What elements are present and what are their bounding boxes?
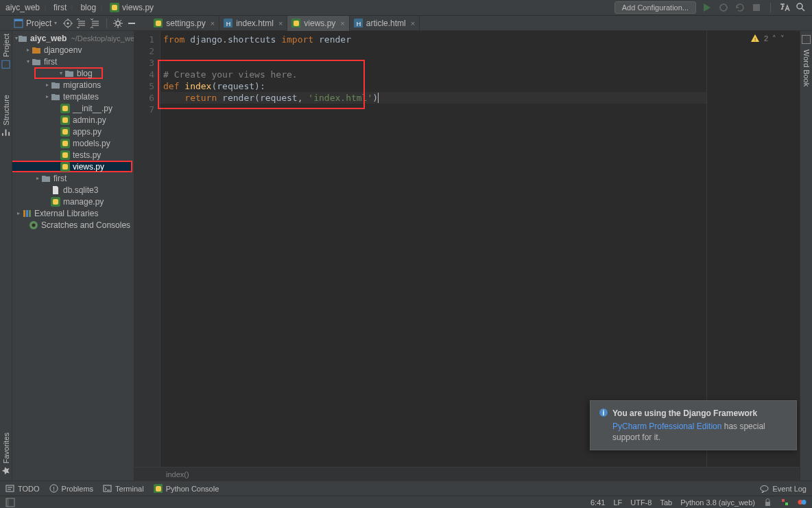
hide-icon[interactable] bbox=[126, 18, 137, 29]
project-icon bbox=[14, 19, 23, 28]
chevron-right-icon[interactable]: ▸ bbox=[25, 47, 32, 53]
tree-first2[interactable]: ▸ first bbox=[12, 172, 134, 184]
tree-tests[interactable]: • tests.py bbox=[12, 149, 134, 161]
vtab-label: Favorites bbox=[2, 432, 10, 463]
add-configuration-button[interactable]: Add Configuration... bbox=[614, 1, 696, 14]
tab-label: article.html bbox=[366, 19, 406, 28]
python-file-icon bbox=[60, 104, 70, 113]
tree-label: first bbox=[44, 57, 57, 67]
inspection-indicator-icon[interactable] bbox=[780, 498, 789, 507]
python-console-tool-button[interactable]: Python Console bbox=[154, 484, 219, 493]
chevron-right-icon[interactable]: ▸ bbox=[44, 93, 51, 100]
expand-all-icon[interactable] bbox=[76, 18, 87, 29]
stop-icon[interactable] bbox=[751, 2, 762, 13]
tree-root[interactable]: ▾ aiyc_web ~/Desktop/aiyc_we bbox=[12, 32, 134, 44]
tab-article-html[interactable]: article.html × bbox=[350, 16, 420, 31]
chevron-down-icon[interactable]: ˅ bbox=[780, 34, 785, 43]
framework-notification[interactable]: You are using the Django Framework PyCha… bbox=[590, 400, 797, 450]
folder-icon bbox=[51, 92, 60, 102]
tab-settings-py[interactable]: settings.py × bbox=[150, 16, 219, 31]
crumb-function[interactable]: index() bbox=[166, 470, 189, 478]
close-icon[interactable]: × bbox=[277, 19, 283, 27]
python-file-icon bbox=[110, 3, 119, 12]
tree-scratches[interactable]: • Scratches and Consoles bbox=[12, 219, 134, 231]
code-line[interactable]: # Create your views here. bbox=[160, 69, 706, 80]
terminal-tool-button[interactable]: Terminal bbox=[103, 484, 144, 493]
gear-icon[interactable] bbox=[112, 18, 123, 29]
tree-djangoenv[interactable]: ▸ djangoenv bbox=[12, 44, 134, 56]
collapse-all-icon[interactable] bbox=[90, 18, 101, 29]
tree-templates[interactable]: ▸ templates bbox=[12, 91, 134, 102]
tree-views[interactable]: • views.py bbox=[12, 161, 132, 172]
restart-icon[interactable] bbox=[735, 2, 745, 13]
close-icon[interactable]: × bbox=[339, 19, 344, 27]
wordbook-tool-tab[interactable]: Word Book bbox=[802, 49, 811, 86]
chevron-right-icon[interactable]: ▸ bbox=[44, 82, 51, 88]
code-line[interactable]: def index(request): bbox=[160, 80, 706, 92]
lock-icon[interactable] bbox=[763, 498, 772, 507]
tree-migrations[interactable]: ▸ migrations bbox=[12, 79, 134, 91]
tree-blog[interactable]: ▾ blog bbox=[34, 67, 103, 79]
chevron-right-icon[interactable]: ▸ bbox=[15, 210, 22, 216]
structure-tool-tab[interactable]: Structure bbox=[1, 95, 10, 137]
tree-models[interactable]: • models.py bbox=[12, 137, 134, 149]
crumb-1[interactable]: first bbox=[53, 3, 67, 12]
python-file-icon bbox=[154, 19, 163, 27]
crumb-2[interactable]: blog bbox=[80, 3, 96, 12]
project-view-button[interactable]: Project ▾ bbox=[11, 17, 60, 30]
tool-windows-icon[interactable] bbox=[5, 498, 15, 507]
project-tree[interactable]: ▾ aiyc_web ~/Desktop/aiyc_we ▸ djangoenv… bbox=[12, 31, 134, 481]
editor-breadcrumb[interactable]: index() bbox=[134, 467, 800, 481]
folder-icon bbox=[32, 57, 41, 67]
crumb-root[interactable]: aiyc_web bbox=[5, 3, 40, 12]
project-tool-tab[interactable]: Project bbox=[1, 34, 10, 69]
debug-icon[interactable] bbox=[718, 2, 729, 13]
line-number: 3 bbox=[134, 57, 154, 69]
tree-label: tests.py bbox=[73, 150, 101, 160]
python-interpreter[interactable]: Python 3.8 (aiyc_web) bbox=[680, 498, 755, 507]
inspection-widget[interactable]: 2 ˄ ˅ bbox=[750, 34, 785, 43]
tree-db[interactable]: • db.sqlite3 bbox=[12, 184, 134, 196]
chevron-up-icon[interactable]: ˄ bbox=[772, 34, 776, 43]
translate-icon[interactable] bbox=[779, 2, 790, 13]
run-icon[interactable] bbox=[702, 2, 713, 13]
chevron-down-icon[interactable]: ▾ bbox=[25, 58, 32, 65]
chevron-right-icon[interactable]: ▸ bbox=[34, 175, 41, 181]
tree-external-libraries[interactable]: ▸ External Libraries bbox=[12, 207, 134, 219]
locate-icon[interactable] bbox=[62, 18, 73, 29]
chevron-down-icon[interactable]: ▾ bbox=[58, 70, 64, 76]
close-icon[interactable]: × bbox=[209, 19, 215, 27]
line-ending[interactable]: LF bbox=[613, 498, 622, 507]
code-line[interactable]: from django.shortcuts import render bbox=[160, 34, 706, 45]
tab-index-html[interactable]: index.html × bbox=[219, 16, 287, 31]
ide-indicator-icon[interactable] bbox=[798, 498, 807, 507]
tree-manage[interactable]: • manage.py bbox=[12, 196, 134, 207]
python-icon bbox=[154, 484, 163, 493]
code-line[interactable] bbox=[160, 104, 706, 115]
close-icon[interactable]: × bbox=[409, 19, 415, 27]
problems-tool-button[interactable]: ! Problems bbox=[49, 484, 93, 493]
python-file-icon bbox=[291, 19, 300, 27]
favorites-tool-tab[interactable]: Favorites bbox=[1, 432, 10, 475]
tree-admin[interactable]: • admin.py bbox=[12, 114, 134, 126]
code-line-current[interactable]: return render(request, 'index.html') bbox=[160, 92, 706, 104]
line-number: 7 bbox=[134, 104, 154, 115]
tree-apps[interactable]: • apps.py bbox=[12, 126, 134, 137]
tab-views-py[interactable]: views.py × bbox=[287, 16, 349, 31]
tree-init[interactable]: • __init__.py bbox=[12, 102, 134, 114]
indent-mode[interactable]: Tab bbox=[660, 498, 672, 507]
code-line[interactable] bbox=[160, 57, 706, 69]
code-line[interactable] bbox=[160, 45, 706, 57]
database-tool-icon[interactable] bbox=[802, 35, 811, 44]
encoding[interactable]: UTF-8 bbox=[630, 498, 652, 507]
todo-tool-button[interactable]: TODO bbox=[5, 484, 40, 493]
search-icon[interactable] bbox=[796, 2, 807, 13]
svg-rect-20 bbox=[14, 19, 23, 21]
pycharm-pro-link[interactable]: PyCharm Professional Edition bbox=[612, 422, 721, 431]
event-log-button[interactable]: Event Log bbox=[760, 484, 807, 493]
python-file-icon bbox=[60, 139, 70, 148]
crumb-file[interactable]: views.py bbox=[110, 3, 154, 12]
tree-first[interactable]: ▾ first bbox=[12, 56, 134, 67]
breadcrumb[interactable]: aiyc_web 〉 first 〉 blog 〉 views.py bbox=[5, 3, 612, 12]
cursor-position[interactable]: 6:41 bbox=[590, 498, 605, 507]
